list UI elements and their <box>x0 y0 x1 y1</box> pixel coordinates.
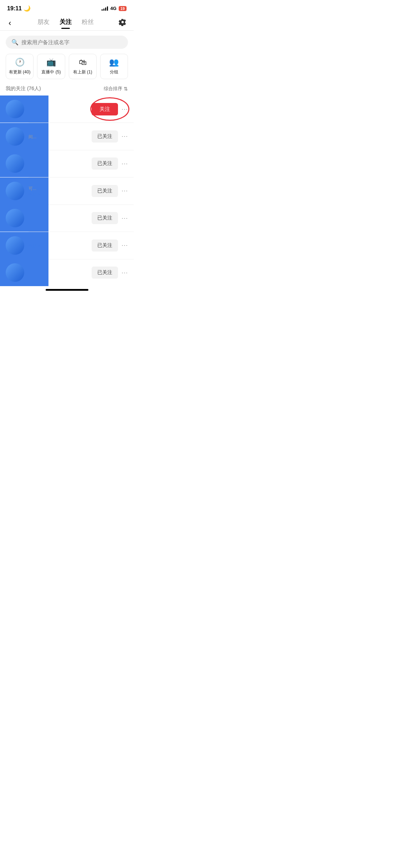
follower-list: 关注 ··· 间... 已关注 ··· <box>0 95 134 286</box>
search-bar[interactable]: 🔍 <box>6 36 128 49</box>
action-wrap: 关注 ··· <box>92 103 128 115</box>
avatar <box>6 236 24 255</box>
action-wrap: 已关注 ··· <box>92 185 128 197</box>
user-info: 可... 作品 > <box>29 185 87 197</box>
moon-icon: 🌙 <box>24 5 31 12</box>
user-sub-desc: 作品 > <box>29 192 87 197</box>
nav-tabs: 朋友 关注 粉丝 <box>37 18 94 29</box>
search-input[interactable] <box>21 39 122 45</box>
filter-updates-label: 有更新 (40) <box>9 69 31 75</box>
follow-button[interactable]: 关注 <box>92 103 118 115</box>
more-button[interactable]: ··· <box>122 187 128 195</box>
action-wrap: 已关注 ··· <box>92 239 128 252</box>
avatar <box>6 154 24 173</box>
followed-button[interactable]: 已关注 <box>92 185 118 197</box>
sort-button[interactable]: 综合排序 ⇅ <box>104 86 128 92</box>
table-row: 已关注 ··· <box>0 205 134 232</box>
status-time: 19:11 <box>7 5 22 12</box>
more-button[interactable]: ··· <box>122 215 128 222</box>
table-row: 作品 > 已关注 ··· <box>0 232 134 259</box>
battery-indicator: 19 <box>119 6 127 11</box>
tab-fans[interactable]: 粉丝 <box>82 18 94 29</box>
action-wrap: 已关注 ··· <box>92 212 128 224</box>
sort-label: 综合排序 <box>104 86 122 92</box>
avatar <box>6 127 24 146</box>
user-info <box>29 109 87 110</box>
followed-button[interactable]: 已关注 <box>92 239 118 252</box>
top-nav: ‹ 朋友 关注 粉丝 <box>0 15 134 30</box>
home-indicator <box>0 286 134 292</box>
more-button[interactable]: ··· <box>122 269 128 277</box>
user-desc: 间... <box>29 134 87 140</box>
user-desc: 可... <box>29 186 87 192</box>
settings-icon[interactable] <box>117 17 128 30</box>
search-icon: 🔍 <box>11 39 19 46</box>
live-icon: 📺 <box>46 58 56 67</box>
avatar <box>6 182 24 200</box>
filter-new-items[interactable]: 🛍 有上新 (1) <box>69 54 97 79</box>
list-count: 我的关注 (76人) <box>6 86 41 92</box>
more-button[interactable]: ··· <box>122 105 128 113</box>
user-info <box>29 272 87 273</box>
clock-icon: 🕐 <box>15 58 25 67</box>
filter-groups[interactable]: 👥 分组 <box>100 54 128 79</box>
more-button[interactable]: ··· <box>122 160 128 167</box>
filter-live-label: 直播中 (5) <box>41 69 61 75</box>
signal-icon <box>102 6 108 11</box>
filter-row: 🕐 有更新 (40) 📺 直播中 (5) 🛍 有上新 (1) 👥 分组 <box>0 52 134 83</box>
table-row: 已关注 ··· <box>0 150 134 177</box>
shop-icon: 🛍 <box>79 58 87 67</box>
followed-button[interactable]: 已关注 <box>92 212 118 224</box>
filter-live[interactable]: 📺 直播中 (5) <box>37 54 65 79</box>
more-button[interactable]: ··· <box>122 242 128 249</box>
list-header: 我的关注 (76人) 综合排序 ⇅ <box>0 83 134 95</box>
table-row: 关注 ··· <box>0 95 134 123</box>
tab-friends[interactable]: 朋友 <box>37 18 50 29</box>
user-info: 作品 > <box>29 242 87 249</box>
status-icons: 4G 19 <box>102 6 127 11</box>
avatar <box>6 100 24 118</box>
tab-following[interactable]: 关注 <box>60 18 72 29</box>
network-type: 4G <box>110 6 116 11</box>
filter-new-items-label: 有上新 (1) <box>73 69 92 75</box>
user-info <box>29 163 87 164</box>
user-info: 间... <box>29 133 87 140</box>
followed-button[interactable]: 已关注 <box>92 267 118 279</box>
filter-updates[interactable]: 🕐 有更新 (40) <box>6 54 34 79</box>
avatar <box>6 263 24 282</box>
avatar <box>6 209 24 227</box>
action-wrap: 已关注 ··· <box>92 267 128 279</box>
table-row: 间... 已关注 ··· <box>0 123 134 150</box>
home-bar <box>46 289 88 291</box>
search-section: 🔍 <box>0 31 134 52</box>
filter-groups-label: 分组 <box>110 69 118 75</box>
table-row: 已关注 ··· <box>0 259 134 286</box>
back-button[interactable]: ‹ <box>6 17 14 29</box>
group-icon: 👥 <box>109 58 119 67</box>
user-desc: 作品 > <box>29 243 87 249</box>
more-button[interactable]: ··· <box>122 133 128 140</box>
followed-button[interactable]: 已关注 <box>92 157 118 170</box>
action-wrap: 已关注 ··· <box>92 157 128 170</box>
followed-button[interactable]: 已关注 <box>92 130 118 143</box>
status-bar: 19:11 🌙 4G 19 <box>0 0 134 15</box>
sort-icon: ⇅ <box>124 86 128 92</box>
notification-badge: 19 <box>119 6 127 11</box>
user-info <box>29 218 87 219</box>
table-row: 可... 作品 > 已关注 ··· <box>0 177 134 205</box>
action-wrap: 已关注 ··· <box>92 130 128 143</box>
